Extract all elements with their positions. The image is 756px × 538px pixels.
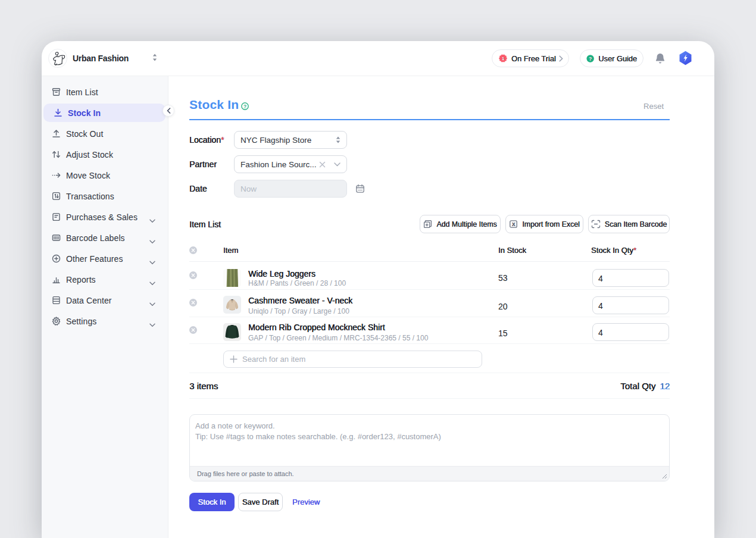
svg-text:X: X	[512, 221, 516, 227]
svg-text:1: 1	[502, 56, 504, 61]
svg-text:?: ?	[589, 55, 592, 61]
svg-text:?: ?	[243, 104, 246, 110]
